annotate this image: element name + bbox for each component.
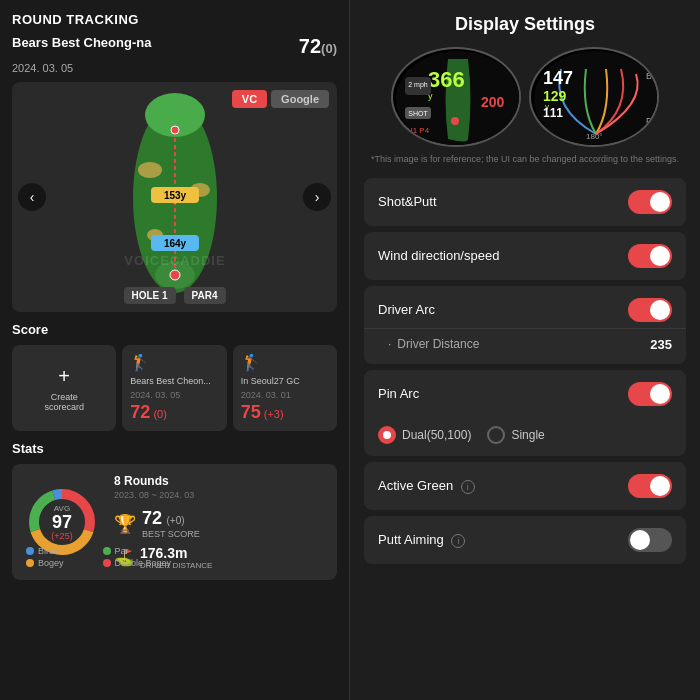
course-date: 2024. 03. 05: [12, 62, 337, 74]
map-tabs: VC Google: [232, 90, 329, 108]
svg-point-3: [138, 162, 162, 178]
pin-arc-header: Pin Arc: [364, 370, 686, 418]
radio-dual-label: Dual(50,100): [402, 428, 471, 442]
donut-center: AVG 97 (+25): [51, 504, 72, 541]
legend-double-bogey: Double Bogey: [103, 558, 172, 568]
score-name-1: Bears Best Cheon...: [130, 376, 218, 386]
svg-text:164y: 164y: [163, 238, 186, 249]
legend-par: Par: [103, 546, 172, 556]
preview-note: *This image is for reference; the UI can…: [364, 153, 686, 166]
driver-arc-label: Driver Arc: [378, 302, 435, 317]
left-panel: ROUND TRACKING Bears Best Cheong-na 72(0…: [0, 0, 350, 700]
map-container: VC Google ‹ ›: [12, 82, 337, 312]
best-score-value: 72 (+0): [142, 508, 200, 529]
settings-row-shot-putt: Shot&Putt: [364, 178, 686, 226]
trophy-icon: 🏆: [114, 513, 136, 535]
hole-number: HOLE 1: [123, 287, 175, 304]
svg-point-10: [171, 126, 179, 134]
svg-text:200: 200: [481, 94, 505, 110]
pin-arc-label: Pin Arc: [378, 386, 419, 401]
stats-container: AVG 97 (+25) Birdie Par Bogey: [12, 464, 337, 580]
display-settings-title: Display Settings: [364, 14, 686, 35]
wind-toggle[interactable]: [628, 244, 672, 268]
svg-point-29: [451, 117, 459, 125]
course-header: Bears Best Cheong-na 72(0): [12, 35, 337, 58]
legend-bogey: Bogey: [26, 558, 95, 568]
driver-distance-sub-value: 235: [650, 337, 672, 352]
round-tracking-title: ROUND TRACKING: [12, 12, 337, 27]
score-icon-2: 🏌: [241, 353, 329, 372]
score-name-2: In Seoul27 GC: [241, 376, 329, 386]
svg-text:F: F: [646, 116, 652, 126]
score-date-1: 2024. 03. 05: [130, 390, 218, 400]
legend-birdie: Birdie: [26, 546, 95, 556]
active-green-info-icon[interactable]: i: [461, 480, 475, 494]
putt-aiming-toggle[interactable]: [628, 528, 672, 552]
map-tab-google[interactable]: Google: [271, 90, 329, 108]
score-section-title: Score: [12, 322, 337, 337]
shot-putt-toggle[interactable]: [628, 190, 672, 214]
watch-preview-1: 366 y 200 2 mph SHOT H1 P4: [391, 47, 521, 147]
best-score-label: BEST SCORE: [142, 529, 200, 539]
settings-row-wind: Wind direction/speed: [364, 232, 686, 280]
putt-aiming-label: Putt Aiming i: [378, 532, 465, 548]
settings-row-driver-arc: Driver Arc: [364, 286, 686, 334]
svg-point-8: [170, 270, 180, 280]
driver-arc-toggle[interactable]: [628, 298, 672, 322]
map-tab-vc[interactable]: VC: [232, 90, 267, 108]
svg-text:111: 111: [543, 106, 563, 120]
svg-text:153y: 153y: [163, 190, 186, 201]
golf-hole-display: 153y 164y VOICECADDIE: [12, 82, 337, 312]
donut-score: 97: [51, 513, 72, 531]
donut-diff: (+25): [51, 531, 72, 541]
score-card-2[interactable]: 🏌 In Seoul27 GC 2024. 03. 01 75 (+3): [233, 345, 337, 431]
settings-row-active-green: Active Green i: [364, 462, 686, 510]
preview-images: 366 y 200 2 mph SHOT H1 P4: [364, 47, 686, 147]
stats-best: 🏆 72 (+0) BEST SCORE: [114, 508, 327, 539]
radio-single-circle: [487, 426, 505, 444]
svg-text:180°: 180°: [586, 132, 603, 141]
svg-text:2 mph: 2 mph: [408, 81, 428, 89]
score-card-1[interactable]: 🏌 Bears Best Cheon... 2024. 03. 05 72 (0…: [122, 345, 226, 431]
radio-single[interactable]: Single: [487, 426, 544, 444]
svg-text:147: 147: [543, 68, 573, 88]
radio-dual-circle: [378, 426, 396, 444]
score-icon-1: 🏌: [130, 353, 218, 372]
stats-rounds: 8 Rounds: [114, 474, 327, 488]
score-date-2: 2024. 03. 01: [241, 390, 329, 400]
svg-text:VOICECADDIE: VOICECADDIE: [124, 253, 225, 268]
shot-putt-label: Shot&Putt: [378, 194, 437, 209]
map-nav-left-button[interactable]: ‹: [18, 183, 46, 211]
radio-dual[interactable]: Dual(50,100): [378, 426, 471, 444]
course-name: Bears Best Cheong-na: [12, 35, 151, 50]
hole-par: PAR4: [184, 287, 226, 304]
active-green-label: Active Green i: [378, 478, 475, 494]
pin-arc-options: Dual(50,100) Single: [364, 418, 686, 456]
wind-label: Wind direction/speed: [378, 248, 499, 263]
create-scorecard-card[interactable]: + Createscorecard: [12, 345, 116, 431]
course-score: 72(0): [299, 35, 337, 58]
watch-preview-2: 147 129 y 111 B F 180°: [529, 47, 659, 147]
map-nav-right-button[interactable]: ›: [303, 183, 331, 211]
plus-icon: +: [58, 365, 70, 388]
driver-distance-row: Driver Distance 235: [364, 328, 686, 364]
pin-arc-toggle[interactable]: [628, 382, 672, 406]
active-green-toggle[interactable]: [628, 474, 672, 498]
stats-legend: Birdie Par Bogey Double Bogey: [26, 546, 171, 568]
stats-section-title: Stats: [12, 441, 337, 456]
score-value-2: 75 (+3): [241, 402, 329, 423]
right-panel: Display Settings 366 y 200 2 mph SHOT H1…: [350, 0, 700, 700]
score-cards: + Createscorecard 🏌 Bears Best Cheon... …: [12, 345, 337, 431]
svg-text:SHOT: SHOT: [408, 110, 428, 117]
hole-info-bar: HOLE 1 PAR4: [123, 287, 225, 304]
settings-row-putt-aiming: Putt Aiming i: [364, 516, 686, 564]
svg-text:B: B: [646, 71, 652, 81]
pin-arc-container: Pin Arc Dual(50,100) Single: [364, 370, 686, 456]
svg-text:366: 366: [428, 67, 465, 92]
score-value-1: 72 (0): [130, 402, 218, 423]
radio-single-label: Single: [511, 428, 544, 442]
create-label: Createscorecard: [44, 392, 84, 412]
svg-text:H1 P4: H1 P4: [407, 126, 430, 135]
putt-aiming-info-icon[interactable]: i: [451, 534, 465, 548]
stats-date-range: 2023. 08 ~ 2024. 03: [114, 490, 327, 500]
